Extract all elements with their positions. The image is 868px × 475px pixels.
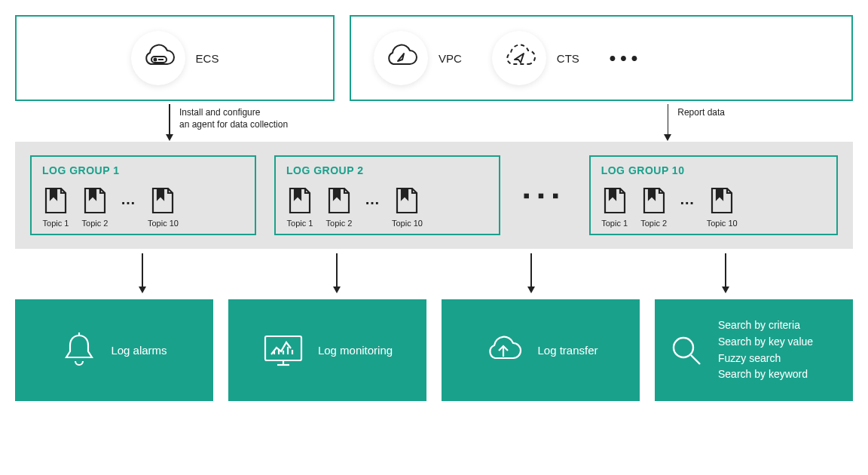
source-box-ecs: ECS [15, 15, 335, 101]
bell-icon [61, 331, 97, 370]
log-monitoring-label: Log monitoring [318, 344, 393, 357]
cloud-upload-icon [483, 334, 524, 367]
topic-item: Topic 10 [707, 184, 738, 228]
arrow-report: Report data [664, 104, 725, 142]
topic-item: Topic 10 [392, 184, 423, 228]
log-alarms-box: Log alarms [15, 299, 213, 401]
topic-label: Topic 1 [601, 219, 628, 228]
log-groups-band: LOG GROUP 1 Topic 1 Topic 2 … Topic 10 L… [15, 142, 853, 249]
topic-item: Topic 1 [286, 184, 313, 228]
cloud-send-icon [492, 31, 546, 85]
monitor-chart-icon [262, 332, 304, 369]
more-services-ellipsis: ••• [610, 48, 642, 69]
search-option: Fuzzy search [718, 351, 813, 367]
search-options: Search by criteria Search by key value F… [718, 317, 813, 383]
topic-label: Topic 2 [326, 219, 353, 228]
cts-label: CTS [557, 52, 579, 65]
arrow-down [333, 253, 341, 293]
arrow-down [527, 253, 535, 293]
topics-ellipsis: … [121, 191, 136, 208]
topic-item: Topic 1 [42, 184, 69, 228]
svg-point-1 [154, 59, 156, 61]
log-monitoring-box: Log monitoring [228, 299, 426, 401]
vpc-label: VPC [439, 52, 462, 65]
topic-label: Topic 10 [707, 219, 738, 228]
magnifier-icon [668, 332, 704, 369]
topic-label: Topic 10 [148, 219, 179, 228]
bookmark-file-icon [149, 184, 176, 216]
topic-item: Topic 10 [148, 184, 179, 228]
bookmark-file-icon [601, 184, 628, 216]
sources-row: ECS VPC CTS ••• [15, 15, 853, 101]
log-group-2: LOG GROUP 2 Topic 1 Topic 2 … Topic 10 [274, 155, 500, 235]
bookmark-file-icon [640, 184, 668, 216]
bookmark-file-icon [42, 184, 69, 216]
arrow-down [722, 253, 729, 293]
search-option: Search by criteria [718, 317, 813, 334]
bookmark-file-icon [708, 184, 735, 216]
topic-label: Topic 2 [82, 219, 108, 228]
arrow-install: Install and configure an agent for data … [166, 104, 288, 142]
arrow-install-label: Install and configure an agent for data … [179, 104, 288, 130]
log-group-2-title: LOG GROUP 2 [286, 164, 488, 176]
topic-label: Topic 10 [392, 219, 423, 228]
log-group-1-title: LOG GROUP 1 [42, 164, 244, 176]
bookmark-file-icon [393, 184, 420, 216]
log-search-box: Search by criteria Search by key value F… [655, 299, 853, 401]
log-group-10: LOG GROUP 10 Topic 1 Topic 2 … Topic 10 [589, 155, 838, 235]
topics-ellipsis: … [365, 191, 380, 208]
arrows-top: Install and configure an agent for data … [15, 101, 853, 142]
log-transfer-label: Log transfer [537, 344, 598, 357]
log-group-10-title: LOG GROUP 10 [601, 164, 826, 176]
topic-label: Topic 1 [43, 219, 69, 228]
ecs-item: ECS [131, 31, 219, 85]
topic-item: Topic 1 [601, 184, 628, 228]
topic-label: Topic 1 [287, 219, 313, 228]
arrows-bottom [15, 249, 853, 299]
bookmark-file-icon [326, 184, 353, 216]
ecs-label: ECS [196, 52, 219, 65]
bookmark-file-icon [81, 184, 108, 216]
topic-item: Topic 2 [640, 184, 668, 228]
source-box-services: VPC CTS ••• [350, 15, 853, 101]
topic-label: Topic 2 [640, 219, 667, 228]
cts-item: CTS [492, 31, 579, 85]
arrow-down [139, 253, 146, 293]
capabilities-row: Log alarms Log monitoring Log transfer S… [15, 299, 853, 401]
search-option: Search by keyword [718, 366, 813, 383]
bookmark-file-icon [286, 184, 313, 216]
svg-point-4 [674, 338, 693, 357]
log-group-1: LOG GROUP 1 Topic 1 Topic 2 … Topic 10 [30, 155, 256, 235]
search-option: Search by key value [718, 334, 813, 351]
cloud-server-icon [131, 31, 185, 85]
cloud-compass-icon [374, 31, 428, 85]
log-alarms-label: Log alarms [111, 344, 167, 357]
topic-item: Topic 2 [81, 184, 108, 228]
vpc-item: VPC [374, 31, 462, 85]
topic-item: Topic 2 [326, 184, 353, 228]
arrow-report-label: Report data [677, 104, 725, 119]
topics-ellipsis: … [680, 191, 695, 208]
log-groups-ellipsis: ▪▪▪ [518, 184, 571, 207]
log-transfer-box: Log transfer [442, 299, 640, 401]
